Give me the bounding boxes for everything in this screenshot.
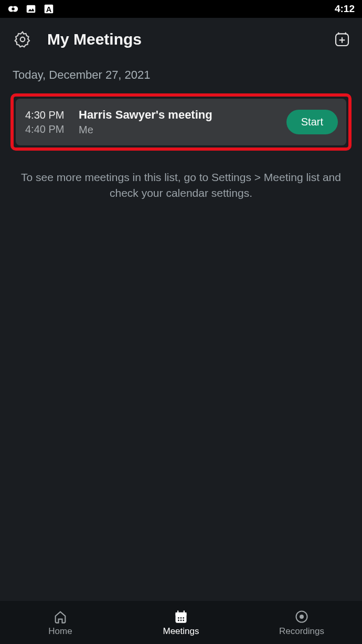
hint-text: To see more meetings in this list, go to… — [13, 153, 349, 202]
letter-a-icon: A — [43, 3, 55, 15]
meeting-time: 4:30 PM 4:40 PM — [25, 109, 69, 135]
header: My Meetings — [0, 18, 362, 59]
svg-point-18 — [180, 617, 182, 619]
home-icon — [53, 609, 68, 624]
main-area: My Meetings Today, December 27, 2021 4:3… — [0, 18, 362, 601]
calendar-icon — [174, 609, 188, 624]
bottom-nav: Home Meetings Recordings — [0, 601, 362, 644]
nav-home-label: Home — [48, 626, 72, 637]
svg-point-7 — [20, 37, 25, 42]
highlight-annotation: 4:30 PM 4:40 PM Harris Sawyer's meeting … — [10, 93, 352, 151]
meeting-organizer: Me — [79, 124, 277, 136]
nav-home[interactable]: Home — [0, 609, 121, 637]
meeting-end-time: 4:40 PM — [25, 123, 69, 135]
calendar-add-icon[interactable] — [334, 31, 350, 48]
status-time: 4:12 — [335, 3, 355, 15]
svg-point-20 — [178, 620, 179, 621]
svg-rect-14 — [176, 613, 187, 616]
nav-meetings[interactable]: Meetings — [121, 609, 241, 637]
meeting-card[interactable]: 4:30 PM 4:40 PM Harris Sawyer's meeting … — [16, 99, 346, 145]
svg-rect-3 — [27, 5, 36, 13]
webex-icon — [7, 3, 19, 15]
svg-point-24 — [300, 615, 303, 618]
nav-meetings-label: Meetings — [163, 626, 199, 637]
date-header: Today, December 27, 2021 — [13, 59, 349, 91]
meeting-info: Harris Sawyer's meeting Me — [79, 108, 277, 136]
gear-icon[interactable] — [14, 30, 31, 48]
nav-recordings-label: Recordings — [279, 626, 324, 637]
svg-text:A: A — [46, 5, 52, 14]
record-icon — [294, 609, 309, 624]
start-button[interactable]: Start — [286, 110, 338, 134]
status-bar: A 4:12 — [0, 0, 362, 18]
svg-point-22 — [183, 620, 184, 621]
svg-point-19 — [183, 617, 184, 619]
status-icons: A — [7, 3, 55, 15]
svg-point-2 — [12, 7, 15, 10]
svg-point-21 — [180, 620, 182, 621]
meeting-start-time: 4:30 PM — [25, 109, 69, 121]
page-title: My Meetings — [47, 30, 142, 48]
image-icon — [25, 3, 37, 15]
nav-recordings[interactable]: Recordings — [241, 609, 362, 637]
svg-point-17 — [178, 617, 179, 619]
meeting-title: Harris Sawyer's meeting — [79, 108, 277, 122]
